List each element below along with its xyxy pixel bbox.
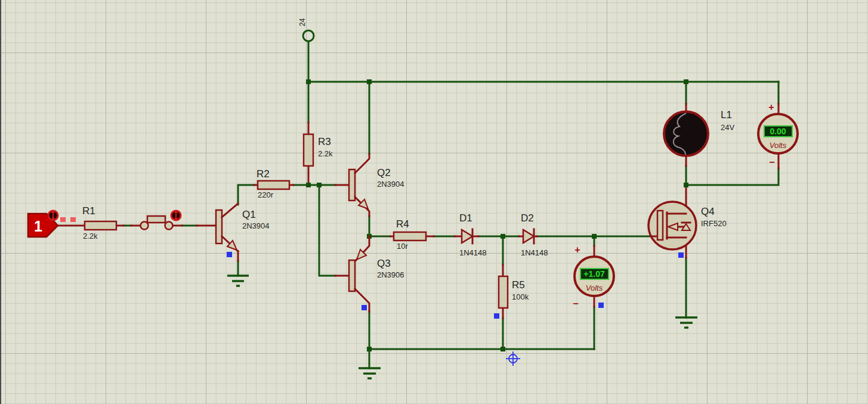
resistor-R3[interactable]: R3 2.2k bbox=[304, 134, 333, 166]
plus-terminal-label: + bbox=[768, 102, 774, 112]
schematic-canvas: 24 1 R1 2.2k bbox=[0, 0, 868, 404]
pin-marker bbox=[362, 305, 367, 310]
diode-value: 1N4148 bbox=[459, 248, 487, 257]
voltmeter-unit: Volts bbox=[586, 283, 603, 292]
resistor-R1[interactable]: R1 2.2k bbox=[82, 205, 116, 240]
push-button[interactable] bbox=[141, 210, 181, 230]
pin-marker bbox=[227, 252, 232, 257]
voltmeter-reading: 0.00 bbox=[770, 127, 786, 136]
pin-marker bbox=[678, 252, 684, 258]
resistor-body[interactable] bbox=[85, 221, 116, 230]
button-contact[interactable] bbox=[165, 222, 173, 230]
wire bbox=[686, 168, 779, 185]
bjt-base-bar[interactable] bbox=[349, 169, 355, 201]
resistor-body[interactable] bbox=[304, 134, 313, 166]
resistor-R2[interactable]: R2 220r bbox=[257, 168, 289, 199]
lamp-body[interactable] bbox=[664, 112, 708, 156]
resistor-R5[interactable]: R5 100k bbox=[499, 276, 529, 308]
resistor-ref: R5 bbox=[512, 279, 525, 291]
diode-value: 1N4148 bbox=[521, 248, 548, 257]
pin-marker bbox=[494, 313, 499, 319]
power-terminal-label: 24 bbox=[298, 18, 307, 26]
resistor-value: 10r bbox=[397, 242, 408, 251]
ground-symbol bbox=[359, 368, 381, 378]
transistor-value: IRF520 bbox=[701, 219, 727, 228]
diode-body[interactable] bbox=[462, 230, 472, 243]
power-terminal-icon[interactable] bbox=[303, 30, 314, 41]
resistor-ref: R3 bbox=[318, 136, 331, 147]
logic-pulse-dash bbox=[60, 217, 66, 222]
transistor-Q2[interactable]: Q2 2N3904 bbox=[349, 154, 404, 216]
plus-terminal-label: + bbox=[574, 245, 580, 255]
toggle-actuator-icon[interactable] bbox=[171, 210, 181, 221]
resistor-ref: R4 bbox=[396, 218, 409, 230]
bjt-base-bar[interactable] bbox=[349, 260, 355, 291]
power-terminal-24v[interactable]: 24 bbox=[298, 18, 314, 41]
button-cap[interactable] bbox=[147, 216, 165, 223]
resistor-R4[interactable]: R4 10r bbox=[394, 218, 426, 251]
pin-marker bbox=[598, 303, 604, 308]
transistor-Q3[interactable]: Q3 2N3906 bbox=[349, 236, 404, 312]
origin-marker-icon bbox=[506, 351, 520, 366]
transistor-Q4-mosfet[interactable]: Q4 IRF520 bbox=[648, 202, 727, 249]
minus-terminal-label: − bbox=[573, 298, 578, 309]
transistor-value: 2N3904 bbox=[242, 221, 270, 230]
schematic-svg: 24 1 R1 2.2k bbox=[1, 0, 868, 404]
transistor-ref: Q1 bbox=[242, 209, 256, 220]
voltmeter-reading: +1.07 bbox=[583, 269, 605, 279]
voltmeter-unit: Volts bbox=[770, 141, 787, 150]
ground-symbol bbox=[227, 276, 249, 286]
logic-state-input[interactable]: 1 bbox=[28, 210, 76, 237]
toggle-actuator-icon[interactable] bbox=[48, 210, 58, 221]
diode-ref: D1 bbox=[459, 212, 472, 224]
mosfet-gate-bar bbox=[657, 211, 663, 240]
resistor-value: 2.2k bbox=[318, 149, 333, 158]
lamp-value: 24V bbox=[721, 123, 734, 132]
resistor-body[interactable] bbox=[258, 181, 289, 189]
wire bbox=[319, 185, 335, 276]
transistor-value: 2N3906 bbox=[377, 270, 404, 279]
resistor-value: 2.2k bbox=[83, 232, 98, 240]
diode-body[interactable] bbox=[523, 230, 534, 243]
logic-state-value: 1 bbox=[34, 218, 42, 235]
resistor-value: 100k bbox=[512, 292, 529, 301]
minus-terminal-label: − bbox=[769, 157, 774, 167]
ground-symbol bbox=[675, 317, 697, 328]
transistor-ref: Q2 bbox=[377, 167, 391, 178]
lamp-ref: L1 bbox=[721, 109, 732, 121]
resistor-ref: R1 bbox=[82, 205, 95, 217]
logic-pulse-dash bbox=[70, 217, 76, 222]
diode-D2[interactable]: D2 1N4148 bbox=[521, 212, 548, 257]
resistor-ref: R2 bbox=[257, 168, 270, 180]
wire bbox=[238, 185, 254, 205]
resistor-body[interactable] bbox=[394, 232, 426, 240]
junction-dots bbox=[306, 79, 688, 351]
transistor-Q1[interactable]: Q1 2N3904 bbox=[216, 203, 270, 261]
diode-D1[interactable]: D1 1N4148 bbox=[459, 212, 487, 257]
bjt-base-bar[interactable] bbox=[216, 210, 222, 243]
transistor-value: 2N3904 bbox=[377, 180, 404, 189]
lamp-L1[interactable]: L1 24V bbox=[664, 109, 734, 156]
pin-markers bbox=[227, 252, 684, 319]
resistor-body[interactable] bbox=[499, 276, 508, 308]
transistor-ref: Q4 bbox=[701, 206, 715, 217]
transistor-ref: Q3 bbox=[377, 258, 391, 269]
diode-ref: D2 bbox=[521, 212, 534, 224]
resistor-value: 220r bbox=[258, 190, 274, 199]
button-contact[interactable] bbox=[141, 222, 149, 230]
